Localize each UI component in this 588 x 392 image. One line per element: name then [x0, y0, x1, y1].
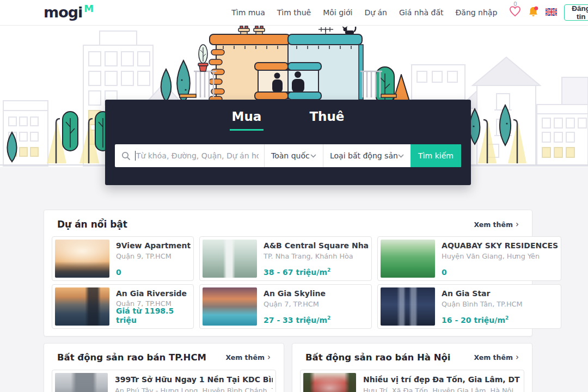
project-image — [203, 240, 257, 278]
search-tabs: Mua Thuê — [105, 100, 471, 131]
listing-location: Hưu Trí, Xã Đa Tốn, Huyện Gia Lâm, Hà Nộ… — [363, 387, 521, 392]
chevron-right-icon: › — [516, 353, 519, 362]
chimneys — [238, 26, 265, 34]
project-location: Quận 7, TP.HCM — [264, 300, 330, 308]
project-location: Quận Bình Tân, TP.HCM — [442, 300, 522, 308]
location-selected-value: Toàn quốc — [271, 151, 310, 160]
project-image — [55, 240, 109, 278]
tv-antenna — [318, 27, 333, 34]
search-icon — [121, 151, 131, 161]
listing-title: Nhiều vị trí đẹp Đa Tốn, Gia Lâm, DT từ … — [363, 375, 521, 384]
favorites-count-badge: 0 — [513, 1, 517, 7]
keyword-field-wrap — [115, 144, 264, 167]
text-caret — [135, 151, 136, 161]
property-type-select[interactable]: Loại bất động sản — [323, 144, 411, 167]
listing-location: An Phú Tây - Hưng Long, Huyện Bình Chánh… — [115, 387, 273, 392]
project-card[interactable]: AQUABAY SKY RESIDENCES Huyện Văn Giang, … — [377, 236, 561, 281]
login-link[interactable]: Đăng nhập — [451, 5, 501, 20]
logo-mark-icon: M — [84, 3, 94, 14]
project-price: 16 - 20 triệu/m2 — [442, 315, 522, 326]
search-row: Toàn quốc Loại bất động sản Tìm kiếm — [115, 144, 461, 167]
listings-hanoi-see-more-link[interactable]: Xem thêm › — [474, 353, 519, 362]
tab-thue[interactable]: Thuê — [307, 109, 346, 131]
project-card[interactable]: A&B Central Square Nha TP. Nha Trang, Kh… — [199, 236, 372, 281]
listings-hanoi-title: Bất động sản rao bán Hà Nội — [305, 352, 451, 363]
listing-image — [303, 373, 356, 392]
featured-projects-section: Dự án nổi bật Xem thêm › 9View Apartment… — [44, 210, 532, 336]
listing-image — [55, 373, 108, 392]
nav-item-du-an[interactable]: Dự án — [360, 5, 391, 20]
project-image — [55, 287, 109, 326]
chevron-down-icon — [398, 154, 404, 158]
nav-item-moi-gioi[interactable]: Môi giới — [318, 5, 357, 20]
featured-projects-title: Dự án nổi bật — [57, 219, 127, 230]
header: mogi M Tìm mua Tìm thuê Môi giới Dự án G… — [0, 0, 588, 26]
bell-icon — [528, 6, 538, 17]
project-location: Huyện Văn Giang, Hưng Yên — [442, 252, 558, 260]
search-panel: Mua Thuê Toàn quốc Loại bất động sản Tìm… — [105, 100, 471, 185]
uk-flag-icon — [546, 8, 557, 16]
project-price: 27 - 33 triệu/m2 — [264, 315, 330, 326]
notifications-button[interactable] — [528, 6, 538, 20]
project-image — [203, 287, 257, 326]
listings-hcm-see-more-link[interactable]: Xem thêm › — [225, 353, 271, 362]
project-name: An Gia Riverside — [116, 289, 191, 297]
chevron-right-icon: › — [516, 220, 519, 229]
project-location: TP. Nha Trang, Khánh Hòa — [264, 252, 369, 260]
listings-section-hcm: Bất động sản rao bán TP.HCM Xem thêm › 3… — [44, 343, 284, 392]
search-submit-button[interactable]: Tìm kiếm — [411, 144, 461, 167]
project-card[interactable]: An Gia Skyline Quận 7, TP.HCM 27 - 33 tr… — [199, 284, 372, 329]
chevron-down-icon — [310, 154, 316, 158]
project-location: Quận 7, TP.HCM — [116, 299, 191, 307]
logo[interactable]: mogi M — [44, 1, 94, 24]
project-image — [381, 287, 435, 326]
listing-item[interactable]: Nhiều vị trí đẹp Đa Tốn, Gia Lâm, DT từ … — [300, 370, 524, 392]
location-select[interactable]: Toàn quốc — [265, 144, 323, 167]
project-name: AQUABAY SKY RESIDENCES — [442, 241, 558, 250]
cat — [342, 26, 356, 34]
project-name: A&B Central Square Nha — [264, 241, 369, 250]
project-card[interactable]: An Gia Riverside Quận 7, TP.HCM Giá từ 1… — [52, 284, 194, 329]
logo-text: mogi — [44, 1, 82, 24]
project-location: Quận 9, TP.HCM — [116, 252, 191, 260]
project-image — [381, 240, 435, 278]
project-price: 0 — [442, 267, 558, 278]
listing-title: 399Tr Sở Hữu Ngay 1 Nền Tại KDC Bình Chá… — [115, 375, 273, 384]
post-listing-button[interactable]: Đăng tin — [564, 4, 588, 21]
project-price: 0 — [116, 267, 191, 278]
chevron-right-icon: › — [267, 353, 271, 362]
project-price: 38 - 67 triệu/m2 — [264, 267, 369, 278]
center-house — [180, 26, 396, 105]
nav-item-tim-thue[interactable]: Tìm thuê — [273, 5, 315, 20]
listing-item[interactable]: 399Tr Sở Hữu Ngay 1 Nền Tại KDC Bình Chá… — [52, 370, 276, 392]
listings-section-hanoi: Bất động sản rao bán Hà Nội Xem thêm › N… — [292, 343, 532, 392]
featured-projects-grid: 9View Apartment Quận 9, TP.HCM 0 A&B Cen… — [52, 236, 524, 329]
nav-item-tim-mua[interactable]: Tìm mua — [227, 5, 270, 20]
language-switcher[interactable] — [546, 8, 557, 18]
main-nav: Tìm mua Tìm thuê Môi giới Dự án Giá nhà … — [227, 5, 501, 20]
listings-hcm-title: Bất động sản rao bán TP.HCM — [57, 352, 206, 363]
favorites-button[interactable]: 0 — [509, 6, 521, 19]
potted-plant — [198, 45, 208, 71]
keyword-input[interactable] — [136, 151, 259, 160]
tab-mua[interactable]: Mua — [230, 109, 264, 131]
heart-icon — [509, 6, 521, 17]
project-card[interactable]: An Gia Star Quận Bình Tân, TP.HCM 16 - 2… — [377, 284, 561, 329]
property-type-selected-value: Loại bất động sản — [330, 151, 398, 160]
project-name: An Gia Star — [442, 289, 522, 298]
project-card[interactable]: 9View Apartment Quận 9, TP.HCM 0 — [52, 236, 194, 281]
featured-see-more-link[interactable]: Xem thêm › — [474, 220, 519, 229]
nav-item-gia-nha-dat[interactable]: Giá nhà đất — [395, 5, 448, 20]
project-name: An Gia Skyline — [264, 289, 330, 298]
header-actions: 0 Đăng tin — [506, 4, 588, 21]
project-name: 9View Apartment — [116, 241, 191, 250]
project-price: Giá từ 1198.5 triệu — [116, 307, 191, 326]
